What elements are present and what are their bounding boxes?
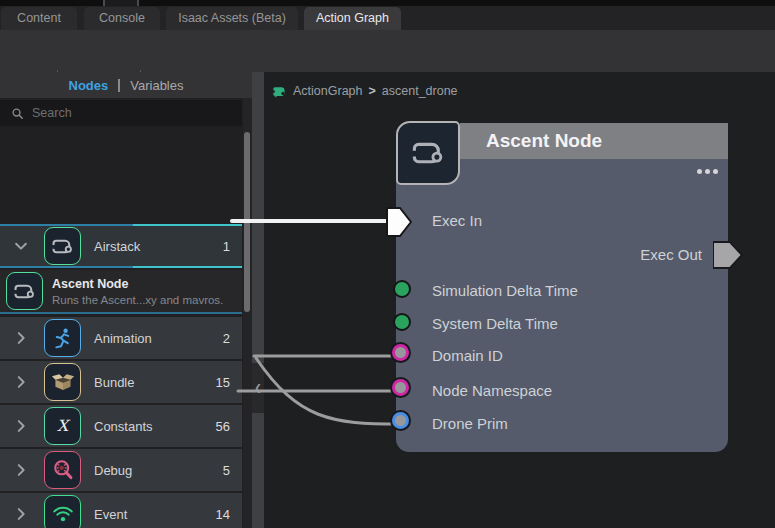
category-count: 5 xyxy=(223,463,230,478)
palette-subtabs: Nodes Variables xyxy=(0,72,252,98)
port-label-simulation-delta-time: Simulation Delta Time xyxy=(432,281,578,301)
graph-toolbar: Edit View xyxy=(0,30,775,72)
action-graph-window: Content Console Isaac Assets (Beta) Acti… xyxy=(0,0,775,528)
exec-in-port[interactable] xyxy=(386,207,412,237)
node-palette: Airstack 1 Ascent Node Runs the Ascent..… xyxy=(0,98,252,528)
ascent-node[interactable]: Ascent Node Exec In Exec Out Simulation … xyxy=(396,121,728,452)
port-node-namespace[interactable] xyxy=(392,379,409,396)
port-label-drone-prim: Drone Prim xyxy=(432,414,508,434)
breadcrumb: ActionGraph > ascent_drone xyxy=(272,83,458,99)
node-title: Ascent Node xyxy=(460,123,728,159)
tag-icon xyxy=(44,227,81,265)
category-count: 15 xyxy=(216,375,230,390)
port-label-exec-out: Exec Out xyxy=(640,245,702,265)
tag-icon xyxy=(396,121,460,185)
panel-splitter[interactable] xyxy=(252,72,264,528)
sidebar-item-constants[interactable]: Constants 56 xyxy=(0,405,242,447)
palette-scrollbar-thumb[interactable] xyxy=(244,132,250,312)
sidebar-item-event[interactable]: Event 14 xyxy=(0,493,242,528)
port-label-system-delta-time: System Delta Time xyxy=(432,314,558,334)
panel-collapse-handle[interactable]: ❮ xyxy=(252,363,264,413)
port-label-domain-id: Domain ID xyxy=(432,346,503,366)
port-label-node-namespace: Node Namespace xyxy=(432,381,552,401)
constant-x-icon xyxy=(44,407,81,445)
subtab-divider xyxy=(118,79,120,92)
bug-magnifier-icon xyxy=(44,451,81,489)
chevron-right-icon[interactable] xyxy=(12,461,30,479)
subtab-variables[interactable]: Variables xyxy=(130,78,183,93)
category-label: Constants xyxy=(94,419,153,434)
breadcrumb-separator: > xyxy=(368,84,375,98)
subtab-nodes[interactable]: Nodes xyxy=(69,78,109,93)
chevron-right-icon[interactable] xyxy=(12,417,30,435)
search-icon xyxy=(10,106,25,121)
tab-isaac-assets[interactable]: Isaac Assets (Beta) xyxy=(166,7,298,30)
node-more-dots-icon[interactable] xyxy=(697,169,718,174)
exec-out-port[interactable] xyxy=(713,240,743,270)
port-simulation-delta-time[interactable] xyxy=(393,280,411,298)
wifi-icon xyxy=(44,495,81,528)
tab-content[interactable]: Content xyxy=(1,7,77,30)
category-count: 56 xyxy=(216,419,230,434)
port-system-delta-time[interactable] xyxy=(393,313,411,331)
category-label: Bundle xyxy=(94,375,134,390)
search-box xyxy=(0,100,242,126)
port-label-exec-in: Exec In xyxy=(432,211,482,231)
port-domain-id[interactable] xyxy=(392,344,409,361)
dock-tab-bar: Content Console Isaac Assets (Beta) Acti… xyxy=(0,6,775,30)
tab-action-graph[interactable]: Action Graph xyxy=(304,7,401,30)
breadcrumb-root[interactable]: ActionGraph xyxy=(293,84,362,98)
sidebar-item-bundle[interactable]: Bundle 15 xyxy=(0,361,242,403)
graph-node-icon xyxy=(272,84,287,99)
sidebar-item-airstack[interactable]: Airstack 1 xyxy=(0,224,242,268)
node-header[interactable]: Ascent Node xyxy=(460,123,728,159)
chevron-right-icon[interactable] xyxy=(12,329,30,347)
tag-icon xyxy=(6,272,43,310)
category-label: Animation xyxy=(94,331,152,346)
chevron-down-icon[interactable] xyxy=(12,237,30,255)
category-count: 2 xyxy=(223,331,230,346)
list-item-ascent-node[interactable]: Ascent Node Runs the Ascent...xy and mav… xyxy=(0,270,242,314)
sidebar-item-debug[interactable]: Debug 5 xyxy=(0,449,242,491)
category-count: 1 xyxy=(223,239,230,254)
chevron-right-icon[interactable] xyxy=(12,505,30,523)
category-label: Debug xyxy=(94,463,132,478)
node-item-description: Runs the Ascent...xy and mavros. xyxy=(52,294,223,306)
sidebar-item-animation[interactable]: Animation 2 xyxy=(0,317,242,359)
tab-console[interactable]: Console xyxy=(84,7,160,30)
category-label: Event xyxy=(94,507,127,522)
category-count: 14 xyxy=(216,507,230,522)
runner-icon xyxy=(44,319,81,357)
port-drone-prim[interactable] xyxy=(392,412,409,429)
category-label: Airstack xyxy=(94,239,140,254)
chevron-right-icon[interactable] xyxy=(12,373,30,391)
node-item-title: Ascent Node xyxy=(52,277,128,291)
breadcrumb-current[interactable]: ascent_drone xyxy=(382,84,458,98)
node-body[interactable] xyxy=(396,158,728,452)
box-icon xyxy=(44,363,81,401)
search-input[interactable] xyxy=(32,106,242,120)
